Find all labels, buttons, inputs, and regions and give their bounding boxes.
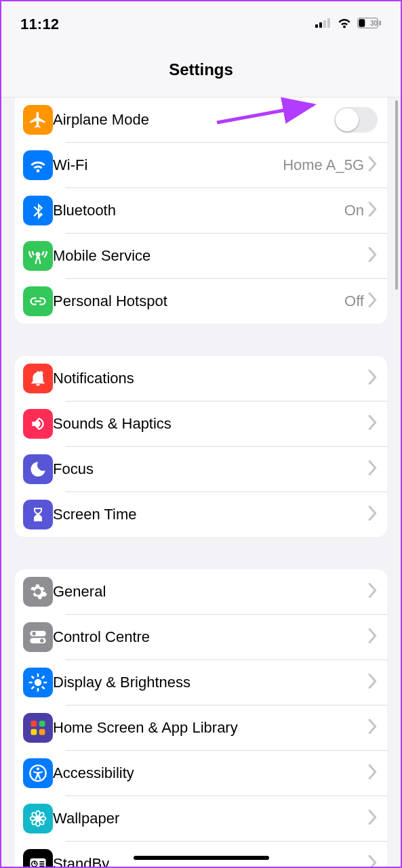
page-header: Settings xyxy=(1,42,401,97)
page-title: Settings xyxy=(169,60,233,79)
svg-point-28 xyxy=(37,767,39,770)
apps-icon xyxy=(23,713,53,743)
speaker-icon xyxy=(23,409,53,439)
status-bar: 11:12 30 xyxy=(1,1,401,42)
chevron-right-icon xyxy=(368,674,378,691)
flower-icon xyxy=(23,804,53,833)
settings-row-mobile[interactable]: Mobile Service xyxy=(15,234,387,278)
chevron-right-icon xyxy=(368,810,378,827)
settings-row-notifications[interactable]: Notifications xyxy=(15,356,387,401)
wifi-label: Wi-Fi xyxy=(53,156,283,174)
moon-icon xyxy=(23,454,53,484)
wallpaper-label: Wallpaper xyxy=(53,810,368,827)
airplane-icon xyxy=(23,105,53,135)
group-gap xyxy=(15,324,387,356)
svg-rect-44 xyxy=(39,865,44,867)
chevron-right-icon xyxy=(368,764,378,782)
hotspot-value: Off xyxy=(344,292,364,310)
settings-group: GeneralControl CentreDisplay & Brightnes… xyxy=(15,569,387,867)
svg-point-13 xyxy=(40,639,43,643)
chevron-right-icon xyxy=(368,156,378,174)
notifications-label: Notifications xyxy=(53,370,368,387)
screentime-label: Screen Time xyxy=(53,506,368,523)
settings-row-sounds[interactable]: Sounds & Haptics xyxy=(15,402,387,446)
svg-point-9 xyxy=(39,371,43,376)
svg-rect-26 xyxy=(39,729,45,735)
homescreen-label: Home Screen & App Library xyxy=(53,719,368,737)
accessibility-label: Accessibility xyxy=(53,764,368,782)
sounds-label: Sounds & Haptics xyxy=(53,415,368,433)
svg-point-14 xyxy=(35,679,42,687)
svg-rect-23 xyxy=(31,721,37,727)
svg-rect-0 xyxy=(315,24,318,28)
settings-row-focus[interactable]: Focus xyxy=(15,447,387,492)
settings-row-wallpaper[interactable]: Wallpaper xyxy=(15,796,387,841)
settings-row-homescreen[interactable]: Home Screen & App Library xyxy=(15,706,387,750)
chevron-right-icon xyxy=(368,247,378,265)
status-indicators: 30 xyxy=(315,18,382,31)
chevron-right-icon xyxy=(368,583,378,601)
settings-row-standby[interactable]: StandBy xyxy=(15,842,387,867)
hourglass-icon xyxy=(23,500,53,529)
settings-row-wifi[interactable]: Wi-FiHome A_5G xyxy=(15,143,387,188)
controlcentre-label: Control Centre xyxy=(53,628,368,646)
settings-row-general[interactable]: General xyxy=(15,569,387,614)
chevron-right-icon xyxy=(368,415,378,433)
airplane-label: Airplane Mode xyxy=(53,111,334,129)
chevron-right-icon xyxy=(368,370,378,387)
settings-row-screentime[interactable]: Screen Time xyxy=(15,492,387,537)
svg-rect-2 xyxy=(323,20,326,28)
accessibility-icon xyxy=(23,758,53,788)
chevron-right-icon xyxy=(368,506,378,523)
svg-rect-25 xyxy=(31,729,37,735)
chevron-right-icon xyxy=(368,202,378,219)
antenna-icon xyxy=(23,241,53,271)
airplane-toggle[interactable] xyxy=(334,107,378,133)
bluetooth-value: On xyxy=(344,202,364,219)
svg-rect-24 xyxy=(39,721,45,727)
svg-line-20 xyxy=(43,687,44,689)
group-gap xyxy=(15,537,387,569)
svg-rect-3 xyxy=(327,18,330,28)
clock-icon xyxy=(23,849,53,867)
svg-line-19 xyxy=(32,676,33,678)
svg-rect-6 xyxy=(380,21,382,26)
display-label: Display & Brightness xyxy=(53,674,368,691)
chevron-right-icon xyxy=(368,292,378,310)
chevron-right-icon xyxy=(368,628,378,646)
hotspot-label: Personal Hotspot xyxy=(53,292,344,310)
svg-rect-42 xyxy=(39,861,44,863)
status-time: 11:12 xyxy=(20,16,59,33)
settings-row-display[interactable]: Display & Brightness xyxy=(15,660,387,705)
settings-content[interactable]: Airplane ModeWi-FiHome A_5GBluetoothOnMo… xyxy=(1,97,401,867)
wifi-icon xyxy=(23,150,53,180)
sun-icon xyxy=(23,668,53,697)
svg-rect-1 xyxy=(319,22,322,28)
svg-line-22 xyxy=(43,676,44,678)
chevron-right-icon xyxy=(368,460,378,478)
bell-icon xyxy=(23,364,53,393)
settings-row-hotspot[interactable]: Personal HotspotOff xyxy=(15,279,387,324)
settings-group: Airplane ModeWi-FiHome A_5GBluetoothOnMo… xyxy=(15,97,387,324)
bluetooth-icon xyxy=(23,196,53,225)
svg-rect-5 xyxy=(359,19,365,26)
chevron-right-icon xyxy=(368,855,378,867)
settings-row-bluetooth[interactable]: BluetoothOn xyxy=(15,188,387,233)
svg-point-29 xyxy=(36,817,39,820)
svg-line-21 xyxy=(32,687,33,689)
bluetooth-label: Bluetooth xyxy=(53,202,344,219)
mobile-label: Mobile Service xyxy=(53,247,368,265)
focus-label: Focus xyxy=(53,460,368,478)
battery-icon: 30 xyxy=(357,18,382,31)
wifi-value: Home A_5G xyxy=(283,156,364,174)
settings-group: NotificationsSounds & HapticsFocusScreen… xyxy=(15,356,387,537)
settings-row-accessibility[interactable]: Accessibility xyxy=(15,751,387,796)
svg-point-11 xyxy=(32,632,35,635)
home-indicator[interactable] xyxy=(134,856,269,860)
chevron-right-icon xyxy=(368,719,378,737)
settings-row-airplane[interactable]: Airplane Mode xyxy=(15,97,387,142)
wifi-status-icon xyxy=(337,18,352,31)
settings-row-controlcentre[interactable]: Control Centre xyxy=(15,615,387,659)
general-label: General xyxy=(53,583,368,601)
cellular-signal-icon xyxy=(315,18,331,30)
